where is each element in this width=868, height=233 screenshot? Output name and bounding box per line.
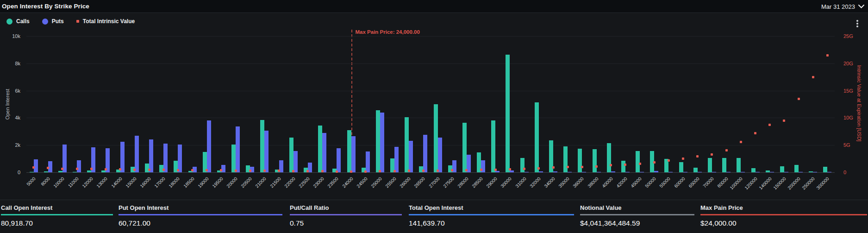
call-bar-80000[interactable] [722,158,726,172]
intrinsic-value-dot-12000[interactable] [90,168,93,170]
intrinsic-value-dot-34000[interactable] [552,166,555,169]
put-bar-80000[interactable] [726,172,731,172]
intrinsic-value-dot-22500[interactable] [306,170,309,172]
intrinsic-value-dot-250000[interactable] [812,76,814,78]
put-bar-60000[interactable] [683,172,687,172]
put-bar-31000[interactable] [525,172,529,172]
call-bar-120000[interactable] [751,168,756,172]
put-bar-24000[interactable] [351,136,356,172]
intrinsic-value-dot-70000[interactable] [711,153,713,156]
intrinsic-value-dot-28000[interactable] [465,169,468,171]
put-bar-55000[interactable] [668,172,673,172]
intrinsic-value-dot-60000[interactable] [682,157,684,160]
call-bar-16000[interactable] [145,164,149,172]
intrinsic-value-dot-28500[interactable] [480,169,482,171]
call-bar-40000[interactable] [607,143,611,172]
put-bar-300000[interactable] [827,172,831,172]
intrinsic-value-dot-38000[interactable] [595,165,598,168]
call-bar-11000[interactable] [73,172,77,172]
intrinsic-value-dot-140000[interactable] [768,124,771,126]
intrinsic-value-dot-24000[interactable] [350,170,352,173]
put-bar-65000[interactable] [698,172,702,172]
intrinsic-value-dot-5000[interactable] [32,166,35,169]
call-bar-23000[interactable] [318,126,322,172]
put-bar-70000[interactable] [712,172,716,172]
intrinsic-value-dot-25000[interactable] [379,170,381,172]
put-bar-29000[interactable] [495,171,500,172]
intrinsic-value-dot-29000[interactable] [494,169,497,171]
call-bar-140000[interactable] [766,170,770,172]
call-bar-8000[interactable] [44,171,48,172]
call-bar-70000[interactable] [708,158,712,172]
intrinsic-value-dot-120000[interactable] [754,132,756,134]
put-bar-25000[interactable] [380,113,384,172]
call-bar-35000[interactable] [563,146,568,172]
put-bar-35000[interactable] [568,172,572,172]
call-bar-12000[interactable] [87,170,91,172]
intrinsic-value-dot-150000[interactable] [783,120,785,122]
call-bar-30000[interactable] [506,55,510,172]
intrinsic-value-dot-26500[interactable] [422,170,425,172]
intrinsic-value-dot-23000[interactable] [321,170,324,172]
call-bar-26000[interactable] [405,117,409,172]
intrinsic-value-dot-80000[interactable] [725,149,728,151]
intrinsic-value-dot-20000[interactable] [235,170,237,172]
call-bar-150000[interactable] [780,166,784,172]
put-bar-40000[interactable] [611,171,615,172]
put-bar-30000[interactable] [510,170,514,172]
put-bar-34000[interactable] [553,171,557,172]
put-bar-26500[interactable] [423,135,427,172]
intrinsic-value-dot-16000[interactable] [148,169,150,171]
intrinsic-value-dot-55000[interactable] [668,159,670,162]
intrinsic-value-dot-50000[interactable] [653,161,656,164]
call-bar-21000[interactable] [260,120,264,172]
chart-menu-button[interactable] [854,19,861,29]
call-bar-32000[interactable] [535,102,539,172]
intrinsic-value-dot-10000[interactable] [61,168,63,170]
put-bar-250000[interactable] [813,172,817,172]
intrinsic-value-dot-18500[interactable] [191,169,194,171]
intrinsic-value-dot-65000[interactable] [696,155,699,157]
put-bar-15000[interactable] [135,136,139,172]
call-bar-200000[interactable] [794,165,799,172]
intrinsic-value-dot-21000[interactable] [263,170,266,172]
put-bar-100000[interactable] [741,172,745,172]
put-bar-11000[interactable] [77,160,81,172]
call-bar-36000[interactable] [578,149,582,172]
intrinsic-value-dot-31000[interactable] [523,168,525,170]
put-bar-18000[interactable] [178,145,182,172]
put-bar-120000[interactable] [756,172,760,172]
intrinsic-value-dot-11000[interactable] [76,168,78,170]
put-bar-42000[interactable] [625,172,630,172]
intrinsic-value-dot-19000[interactable] [206,169,208,171]
intrinsic-value-dot-27500[interactable] [451,169,453,171]
call-bar-22000[interactable] [289,138,293,172]
intrinsic-value-dot-45000[interactable] [639,163,641,165]
intrinsic-value-dot-35000[interactable] [567,166,569,168]
put-bar-23000[interactable] [322,133,326,172]
intrinsic-value-dot-25500[interactable] [393,170,396,172]
legend-item-calls[interactable]: Calls [6,18,30,25]
put-bar-24500[interactable] [366,151,370,172]
call-bar-250000[interactable] [809,171,813,172]
intrinsic-value-dot-200000[interactable] [798,98,800,100]
call-bar-25000[interactable] [376,110,380,172]
put-bar-20000[interactable] [236,126,240,172]
intrinsic-value-dot-26000[interactable] [408,170,410,172]
intrinsic-value-dot-15000[interactable] [133,169,136,171]
put-bar-200000[interactable] [799,172,803,172]
put-bar-36000[interactable] [582,172,586,172]
intrinsic-value-dot-13000[interactable] [105,168,107,170]
put-bar-150000[interactable] [784,172,788,172]
call-bar-20000[interactable] [231,145,236,172]
legend-item-total-intrinsic-value[interactable]: Total Intrinsic Value [76,18,135,25]
call-bar-27000[interactable] [434,104,438,172]
put-bar-27000[interactable] [438,138,442,172]
put-bar-25500[interactable] [394,147,399,172]
put-bar-17000[interactable] [163,144,168,172]
call-bar-28000[interactable] [462,123,467,172]
call-bar-29000[interactable] [491,120,495,172]
call-bar-300000[interactable] [823,167,827,172]
intrinsic-value-dot-40000[interactable] [610,164,612,166]
intrinsic-value-dot-27000[interactable] [437,170,439,172]
